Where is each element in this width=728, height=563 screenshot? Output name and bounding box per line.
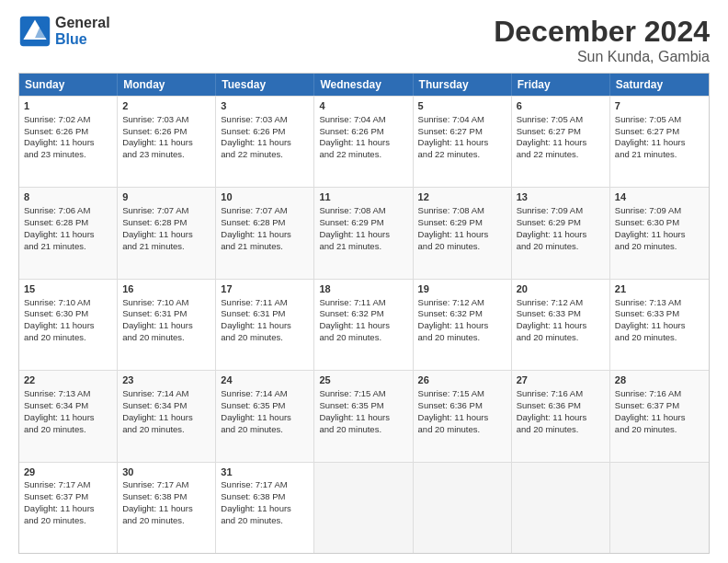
page: General Blue December 2024 Sun Kunda, Ga…	[0, 0, 728, 563]
day-info: Sunrise: 7:13 AM	[615, 297, 704, 309]
day-info: and 20 minutes.	[615, 424, 704, 436]
day-info: Sunset: 6:37 PM	[615, 400, 704, 412]
day-number: 11	[319, 190, 407, 204]
calendar-cell: 14Sunrise: 7:09 AMSunset: 6:30 PMDayligh…	[610, 188, 709, 278]
day-info: Sunrise: 7:04 AM	[319, 114, 407, 126]
day-info: Sunset: 6:26 PM	[24, 126, 112, 138]
day-info: Daylight: 11 hours	[24, 137, 112, 149]
day-info: Sunrise: 7:14 AM	[221, 388, 309, 400]
day-info: Sunset: 6:29 PM	[319, 217, 407, 229]
calendar-cell: 17Sunrise: 7:11 AMSunset: 6:31 PMDayligh…	[216, 280, 314, 370]
day-info: Daylight: 11 hours	[24, 412, 112, 424]
day-info: Daylight: 11 hours	[122, 412, 210, 424]
day-info: Sunrise: 7:17 AM	[221, 479, 309, 491]
day-number: 9	[122, 190, 210, 204]
calendar-cell: 1Sunrise: 7:02 AMSunset: 6:26 PMDaylight…	[19, 97, 118, 187]
calendar-cell: 22Sunrise: 7:13 AMSunset: 6:34 PMDayligh…	[19, 371, 118, 461]
day-number: 23	[122, 373, 210, 387]
day-info: Daylight: 11 hours	[24, 320, 112, 332]
calendar-cell	[512, 463, 610, 553]
day-info: Daylight: 11 hours	[517, 412, 605, 424]
day-info: Daylight: 11 hours	[24, 229, 112, 241]
day-number: 21	[615, 282, 704, 296]
calendar-row: 8Sunrise: 7:06 AMSunset: 6:28 PMDaylight…	[19, 187, 709, 278]
calendar-cell: 8Sunrise: 7:06 AMSunset: 6:28 PMDaylight…	[19, 188, 118, 278]
calendar-cell: 3Sunrise: 7:03 AMSunset: 6:26 PMDaylight…	[216, 97, 314, 187]
day-info: Daylight: 11 hours	[221, 137, 309, 149]
calendar-cell: 2Sunrise: 7:03 AMSunset: 6:26 PMDaylight…	[118, 97, 216, 187]
day-info: Daylight: 11 hours	[221, 229, 309, 241]
calendar-cell: 30Sunrise: 7:17 AMSunset: 6:38 PMDayligh…	[118, 463, 216, 553]
day-info: Sunrise: 7:15 AM	[418, 388, 506, 400]
day-info: Sunset: 6:30 PM	[24, 308, 112, 320]
calendar-day-header: Wednesday	[314, 74, 413, 96]
day-info: and 20 minutes.	[615, 241, 704, 253]
calendar-header: SundayMondayTuesdayWednesdayThursdayFrid…	[19, 74, 709, 96]
calendar-cell: 23Sunrise: 7:14 AMSunset: 6:34 PMDayligh…	[118, 371, 216, 461]
day-info: and 20 minutes.	[24, 515, 112, 527]
day-info: and 22 minutes.	[418, 149, 506, 161]
day-number: 12	[418, 190, 506, 204]
day-info: and 23 minutes.	[122, 149, 210, 161]
calendar-cell: 16Sunrise: 7:10 AMSunset: 6:31 PMDayligh…	[118, 280, 216, 370]
day-info: and 22 minutes.	[221, 149, 309, 161]
day-number: 15	[24, 282, 112, 296]
header: General Blue December 2024 Sun Kunda, Ga…	[18, 15, 710, 65]
day-number: 1	[24, 99, 112, 113]
day-info: and 21 minutes.	[24, 241, 112, 253]
calendar-cell: 20Sunrise: 7:12 AMSunset: 6:33 PMDayligh…	[512, 280, 610, 370]
calendar-cell	[414, 463, 512, 553]
day-number: 5	[418, 99, 506, 113]
day-info: and 20 minutes.	[615, 332, 704, 344]
day-info: Sunset: 6:34 PM	[24, 400, 112, 412]
day-number: 30	[122, 465, 210, 479]
day-info: Sunset: 6:38 PM	[122, 491, 210, 503]
calendar-cell: 25Sunrise: 7:15 AMSunset: 6:35 PMDayligh…	[314, 371, 413, 461]
calendar-cell: 31Sunrise: 7:17 AMSunset: 6:38 PMDayligh…	[216, 463, 314, 553]
day-info: Sunset: 6:27 PM	[615, 126, 704, 138]
calendar-day-header: Friday	[512, 74, 610, 96]
day-number: 18	[319, 282, 407, 296]
day-info: Sunrise: 7:08 AM	[418, 205, 506, 217]
day-info: Daylight: 11 hours	[122, 320, 210, 332]
day-info: Sunset: 6:32 PM	[418, 308, 506, 320]
day-number: 22	[24, 373, 112, 387]
calendar-day-header: Sunday	[19, 74, 118, 96]
day-number: 10	[221, 190, 309, 204]
day-info: Sunset: 6:27 PM	[517, 126, 605, 138]
day-info: Daylight: 11 hours	[319, 137, 407, 149]
day-info: Sunrise: 7:15 AM	[319, 388, 407, 400]
day-number: 20	[517, 282, 605, 296]
day-number: 31	[221, 465, 309, 479]
day-info: and 20 minutes.	[319, 424, 407, 436]
day-info: Sunrise: 7:04 AM	[418, 114, 506, 126]
day-number: 13	[517, 190, 605, 204]
day-number: 24	[221, 373, 309, 387]
day-info: Sunset: 6:35 PM	[221, 400, 309, 412]
day-info: Daylight: 11 hours	[517, 229, 605, 241]
calendar-cell	[314, 463, 413, 553]
day-info: Sunrise: 7:08 AM	[319, 205, 407, 217]
day-info: and 21 minutes.	[319, 241, 407, 253]
calendar-day-header: Monday	[118, 74, 216, 96]
day-info: Sunrise: 7:06 AM	[24, 205, 112, 217]
day-info: and 20 minutes.	[319, 332, 407, 344]
calendar-cell: 15Sunrise: 7:10 AMSunset: 6:30 PMDayligh…	[19, 280, 118, 370]
day-number: 17	[221, 282, 309, 296]
day-info: Sunrise: 7:16 AM	[517, 388, 605, 400]
day-info: Sunset: 6:26 PM	[221, 126, 309, 138]
day-number: 28	[615, 373, 704, 387]
page-title: December 2024	[494, 15, 710, 49]
calendar: SundayMondayTuesdayWednesdayThursdayFrid…	[18, 73, 710, 554]
logo-text: General Blue	[55, 15, 110, 47]
day-number: 4	[319, 99, 407, 113]
day-number: 14	[615, 190, 704, 204]
day-info: Sunrise: 7:13 AM	[24, 388, 112, 400]
day-number: 29	[24, 465, 112, 479]
day-info: and 20 minutes.	[517, 424, 605, 436]
day-info: Daylight: 11 hours	[418, 229, 506, 241]
day-info: Sunset: 6:31 PM	[221, 308, 309, 320]
day-info: Sunrise: 7:09 AM	[517, 205, 605, 217]
day-info: Sunset: 6:29 PM	[418, 217, 506, 229]
day-info: and 23 minutes.	[24, 149, 112, 161]
